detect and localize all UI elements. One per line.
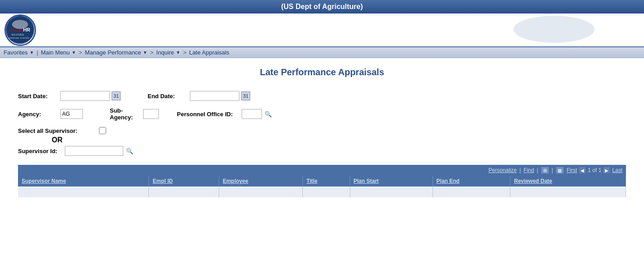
cell-reviewed-date [510, 186, 626, 197]
personnel-office-input[interactable] [242, 109, 262, 119]
or-row: OR [18, 136, 626, 144]
table-toolbar: Personalize | Find | ⊞ | ▦ First ◀ 1 of … [18, 165, 626, 176]
end-date-label: End Date: [148, 93, 188, 100]
svg-text:Empow: Empow [10, 28, 25, 32]
sort-title[interactable]: Title [306, 178, 317, 184]
nav-manage-performance[interactable]: Manage Performance [85, 49, 141, 56]
supervisor-id-search-icon[interactable]: 🔍 [125, 146, 134, 155]
or-text: OR [52, 136, 63, 144]
last-label[interactable]: Last [612, 167, 622, 173]
page-title: Late Performance Appraisals [18, 67, 626, 77]
table-area: Personalize | Find | ⊞ | ▦ First ◀ 1 of … [18, 165, 626, 197]
sort-reviewed-date[interactable]: Reviewed Date [514, 178, 552, 184]
nav-favorites-dropdown[interactable]: ▼ [29, 50, 34, 55]
start-date-calendar-icon[interactable]: 31 [112, 91, 121, 100]
personnel-office-label: Personnel Office ID: [177, 111, 240, 118]
nav-mainmenu-dropdown[interactable]: ▼ [72, 50, 76, 55]
nav-favorites[interactable]: Favorites [4, 49, 27, 56]
start-date-label: Start Date: [18, 93, 59, 100]
svg-text:SOLUTIONS: SOLUTIONS [11, 34, 24, 36]
supervisor-checkbox-row: Select all Supervisor: [18, 127, 626, 134]
logo-area: Empow HR SOLUTIONS FROM HIRE TO RETIRE [0, 14, 41, 46]
logo-circle: Empow HR SOLUTIONS FROM HIRE TO RETIRE [5, 14, 36, 46]
pagination-text: 1 of 1 [588, 167, 601, 173]
sort-employee[interactable]: Employee [223, 178, 248, 184]
nav-sep-3: > [150, 49, 154, 56]
top-banner: (US Dept of Agriculture) [0, 0, 644, 14]
col-plan-end: Plan End [432, 176, 510, 186]
svg-text:HR: HR [23, 27, 30, 32]
nav-inquire[interactable]: Inquire [156, 49, 174, 56]
nav-sep-4: > [183, 49, 187, 56]
nav-manageper-dropdown[interactable]: ▼ [143, 50, 148, 55]
cell-employee [219, 186, 302, 197]
sub-agency-group: Sub-Agency: [110, 107, 159, 121]
cell-empl-id [149, 186, 219, 197]
svg-point-6 [513, 16, 594, 43]
header-bar: Empow HR SOLUTIONS FROM HIRE TO RETIRE [0, 14, 644, 47]
col-reviewed-date: Reviewed Date [510, 176, 626, 186]
agency-input[interactable] [60, 109, 83, 119]
col-supervisor-name: Supervisor Name [18, 176, 149, 186]
col-employee: Employee [219, 176, 302, 186]
cell-supervisor-name [18, 186, 149, 197]
supervisor-id-group: Supervisor Id: 🔍 [18, 146, 134, 156]
personnel-office-search-icon[interactable]: 🔍 [264, 109, 273, 118]
svg-text:FROM HIRE TO RETIRE: FROM HIRE TO RETIRE [9, 37, 29, 39]
pagination: First ◀ 1 of 1 ▶ Last [567, 167, 622, 174]
agency-row: Agency: Sub-Agency: Personnel Office ID:… [18, 107, 626, 121]
personnel-office-group: Personnel Office ID: 🔍 [177, 109, 273, 119]
personalize-link[interactable]: Personalize [489, 167, 517, 173]
next-page-btn[interactable]: ▶ [603, 167, 610, 174]
table-row [18, 186, 626, 197]
end-date-calendar-icon[interactable]: 31 [241, 91, 250, 100]
agency-label: Agency: [18, 111, 59, 118]
sort-empl-id[interactable]: Empl ID [153, 178, 173, 184]
supervisor-id-row: Supervisor Id: 🔍 [18, 146, 626, 156]
sort-plan-end[interactable]: Plan End [437, 178, 459, 184]
sort-plan-start[interactable]: Plan Start [354, 178, 379, 184]
nav-sep-1: | [36, 49, 38, 56]
eagle-logo-svg: Empow HR SOLUTIONS FROM HIRE TO RETIRE [6, 15, 35, 45]
nav-late-appraisals: Late Appraisals [189, 49, 229, 56]
start-date-group: Start Date: 31 [18, 91, 121, 101]
supervisor-id-input[interactable] [65, 146, 123, 156]
nav-main-menu[interactable]: Main Menu [41, 49, 70, 56]
table-header: Supervisor Name Empl ID Employee Title P… [18, 176, 626, 186]
results-table: Supervisor Name Empl ID Employee Title P… [18, 176, 626, 197]
col-empl-id: Empl ID [149, 176, 219, 186]
view-all-icon[interactable]: ⊞ [541, 167, 549, 174]
select-all-supervisor-checkbox[interactable] [99, 127, 106, 134]
nav-sep-2: > [79, 49, 82, 56]
table-header-row: Supervisor Name Empl ID Employee Title P… [18, 176, 626, 186]
agency-group: Agency: [18, 109, 83, 119]
sort-supervisor-name[interactable]: Supervisor Name [22, 178, 66, 184]
eagle-watermark [509, 14, 599, 45]
col-title: Title [302, 176, 350, 186]
banner-text: (US Dept of Agriculture) [281, 3, 363, 10]
end-date-group: End Date: 31 [148, 91, 250, 101]
table-body [18, 186, 626, 197]
supervisor-id-label: Supervisor Id: [18, 148, 63, 154]
first-label[interactable]: First [567, 167, 577, 173]
grid-icon[interactable]: ▦ [556, 167, 564, 174]
cell-plan-end [432, 186, 510, 197]
date-row: Start Date: 31 End Date: 31 [18, 91, 626, 101]
col-plan-start: Plan Start [350, 176, 432, 186]
find-link[interactable]: Find [523, 167, 534, 173]
cell-plan-start [350, 186, 432, 197]
start-date-input[interactable] [60, 91, 110, 101]
nav-breadcrumb: Favorites ▼ | Main Menu ▼ > Manage Perfo… [0, 47, 644, 58]
cell-title [302, 186, 350, 197]
end-date-input[interactable] [190, 91, 239, 101]
select-all-supervisor-label: Select all Supervisor: [18, 127, 90, 134]
form-area: Start Date: 31 End Date: 31 Agency: Sub-… [18, 91, 626, 156]
nav-inquire-dropdown[interactable]: ▼ [176, 50, 180, 55]
sub-agency-label: Sub-Agency: [110, 107, 141, 121]
sub-agency-input[interactable] [143, 109, 159, 119]
prev-page-btn[interactable]: ◀ [579, 167, 586, 174]
main-content: Late Performance Appraisals Start Date: … [0, 58, 644, 206]
